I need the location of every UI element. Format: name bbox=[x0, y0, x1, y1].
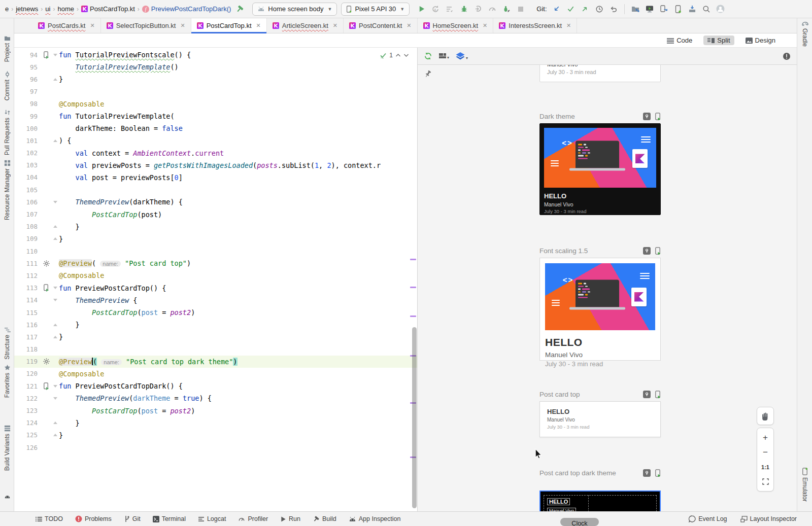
breadcrumb-item[interactable]: home bbox=[57, 5, 74, 13]
tool-window-pull-requests[interactable]: Pull Requests bbox=[0, 109, 14, 155]
breadcrumb-item[interactable]: fPreviewPostCardTopDark() bbox=[142, 5, 231, 13]
profile-bug-icon[interactable] bbox=[502, 5, 511, 14]
breadcrumb-item[interactable]: PostCardTop.kt bbox=[81, 5, 135, 13]
status-git[interactable]: Git bbox=[124, 515, 141, 522]
interactive-preview-icon[interactable] bbox=[643, 391, 651, 398]
mode-split[interactable]: Split bbox=[703, 36, 734, 45]
close-tab-icon[interactable]: ✕ bbox=[483, 22, 487, 29]
status-run[interactable]: Run bbox=[280, 515, 300, 522]
interactive-preview-icon[interactable] bbox=[643, 469, 651, 477]
tab-PostCards.kt[interactable]: PostCards.kt✕ bbox=[32, 18, 101, 33]
tab-PostCardTop.kt[interactable]: PostCardTop.kt✕ bbox=[191, 18, 267, 33]
status-problems[interactable]: Problems bbox=[75, 515, 112, 522]
fold-marker[interactable] bbox=[52, 201, 59, 203]
run-preview-icon[interactable] bbox=[655, 247, 661, 255]
tab-ArticleScreen.kt[interactable]: ArticleScreen.kt✕ bbox=[267, 18, 344, 33]
close-tab-icon[interactable]: ✕ bbox=[566, 22, 571, 29]
build-refresh-icon[interactable] bbox=[424, 52, 432, 60]
fold-marker[interactable] bbox=[52, 434, 59, 436]
device-sync-icon[interactable] bbox=[659, 5, 668, 14]
status-app-inspection[interactable]: App Inspection bbox=[349, 515, 401, 522]
search-icon[interactable] bbox=[702, 5, 711, 14]
tool-window-commit[interactable]: Commit bbox=[0, 71, 14, 100]
run-preview-icon[interactable] bbox=[655, 113, 661, 120]
layers-icon[interactable]: ▾ bbox=[455, 52, 468, 60]
profiler-icon[interactable] bbox=[488, 5, 497, 14]
interactive-preview-icon[interactable] bbox=[643, 113, 651, 120]
device-select[interactable]: Pixel 5 API 30 ▼ bbox=[341, 3, 410, 16]
issues-icon[interactable] bbox=[783, 52, 791, 60]
fold-marker[interactable] bbox=[52, 397, 59, 400]
sdk-manager-icon[interactable] bbox=[688, 5, 697, 14]
fold-marker[interactable] bbox=[52, 237, 59, 240]
breadcrumb-item[interactable]: jetnews bbox=[16, 5, 38, 13]
project-structure-icon[interactable] bbox=[631, 5, 640, 14]
tab-PostContent.kt[interactable]: PostContent.kt✕ bbox=[344, 18, 418, 33]
mode-design[interactable]: Design bbox=[741, 36, 780, 45]
apply-code-changes-icon[interactable] bbox=[445, 5, 454, 14]
close-tab-icon[interactable]: ✕ bbox=[407, 22, 411, 29]
tool-window-emulator[interactable]: Emulator bbox=[797, 468, 812, 502]
preview-scroll-area[interactable]: Manuel Vivo July 30 - 3 min read Dark th… bbox=[418, 65, 797, 511]
build-hammer-icon[interactable] bbox=[235, 5, 244, 14]
editor-scrollbar[interactable] bbox=[412, 327, 417, 508]
run-preview-icon[interactable] bbox=[655, 469, 661, 477]
fold-marker[interactable] bbox=[52, 287, 59, 289]
fold-marker[interactable] bbox=[52, 324, 59, 326]
history-icon[interactable] bbox=[595, 5, 604, 14]
fold-marker[interactable] bbox=[52, 78, 59, 81]
inspection-widget[interactable]: 1 bbox=[380, 52, 409, 59]
status-layout-inspector[interactable]: Layout Inspector bbox=[740, 515, 797, 522]
close-tab-icon[interactable]: ✕ bbox=[333, 22, 337, 29]
fold-marker[interactable] bbox=[52, 336, 59, 338]
tool-window-project[interactable]: Project bbox=[0, 36, 14, 62]
tool-window-resource-manager[interactable]: Resource Manager bbox=[0, 160, 14, 220]
fold-marker[interactable] bbox=[52, 225, 59, 228]
zoom-fit-button[interactable] bbox=[757, 474, 773, 489]
close-tab-icon[interactable]: ✕ bbox=[180, 22, 185, 29]
mode-code[interactable]: Code bbox=[663, 36, 696, 45]
run-gutter-icon[interactable] bbox=[41, 382, 52, 390]
status-build[interactable]: Build bbox=[313, 515, 336, 522]
view-options-icon[interactable]: ▾ bbox=[438, 52, 449, 60]
debug-icon[interactable] bbox=[459, 5, 468, 14]
run-icon[interactable] bbox=[417, 5, 426, 14]
status-todo[interactable]: TODO bbox=[36, 515, 63, 522]
run-gutter-icon[interactable] bbox=[41, 284, 52, 292]
fold-marker[interactable] bbox=[52, 385, 59, 388]
chevron-down-icon[interactable] bbox=[403, 53, 409, 57]
rollback-icon[interactable] bbox=[609, 5, 618, 14]
attach-debugger-icon[interactable] bbox=[473, 5, 483, 14]
run-configuration-select[interactable]: Home screen body ▼ bbox=[252, 3, 337, 16]
tab-InterestsScreen.kt[interactable]: InterestsScreen.kt✕ bbox=[493, 18, 577, 33]
status-logcat[interactable]: Logcat bbox=[198, 515, 226, 522]
code-editor[interactable]: 94fun TutorialPreviewFontscale() {95 Tut… bbox=[14, 48, 417, 511]
fold-marker[interactable] bbox=[52, 299, 59, 301]
status-profiler[interactable]: Profiler bbox=[238, 515, 268, 522]
tool-window-gradle[interactable]: Gradle bbox=[797, 20, 812, 47]
breadcrumb-item[interactable]: ui bbox=[45, 5, 50, 13]
status-terminal[interactable]: Terminal bbox=[153, 515, 186, 522]
stop-icon[interactable] bbox=[516, 5, 525, 14]
git-push-icon[interactable] bbox=[581, 5, 590, 14]
fold-marker[interactable] bbox=[52, 54, 59, 56]
breadcrumb[interactable]: e›jetnews›ui›home›PostCardTop.kt›fPrevie… bbox=[5, 5, 231, 13]
zoom-in-button[interactable]: + bbox=[757, 430, 773, 445]
chevron-up-icon[interactable] bbox=[395, 53, 401, 57]
zoom-actual-button[interactable]: 1:1 bbox=[757, 460, 773, 474]
avatar-icon[interactable] bbox=[716, 5, 725, 14]
interactive-preview-icon[interactable] bbox=[643, 247, 651, 255]
close-tab-icon[interactable]: ✕ bbox=[256, 22, 261, 29]
status-event-log[interactable]: Event Log bbox=[689, 515, 727, 522]
tool-window-structure[interactable]: Structure bbox=[0, 327, 14, 360]
avd-manager-icon[interactable] bbox=[645, 5, 654, 14]
close-tab-icon[interactable]: ✕ bbox=[90, 22, 94, 29]
gear-icon[interactable] bbox=[41, 260, 52, 267]
git-commit-icon[interactable] bbox=[566, 5, 576, 14]
git-update-icon[interactable] bbox=[552, 5, 561, 14]
pan-tool-button[interactable] bbox=[757, 407, 774, 425]
tool-window-build-variants[interactable]: Build Variants bbox=[0, 425, 14, 471]
fold-marker[interactable] bbox=[52, 422, 59, 424]
gear-icon[interactable] bbox=[41, 358, 52, 365]
run-gutter-icon[interactable] bbox=[41, 51, 52, 59]
